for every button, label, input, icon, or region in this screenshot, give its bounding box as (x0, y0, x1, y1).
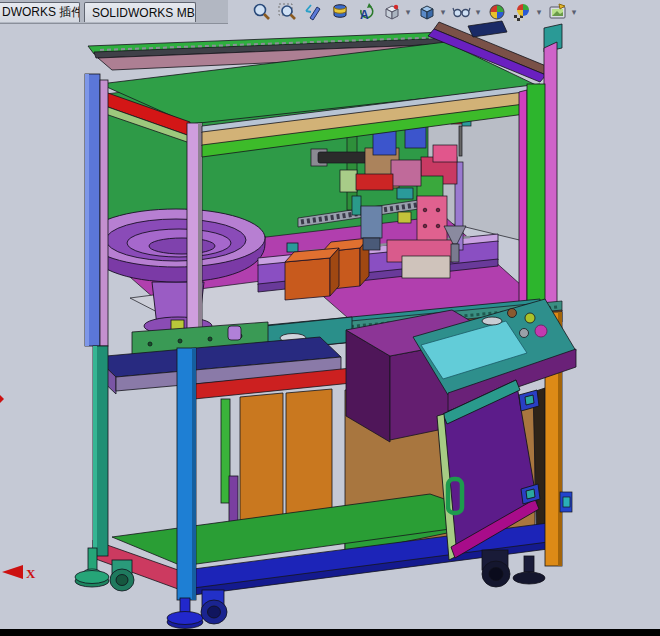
tab-solidworks-plugins[interactable]: DWORKS 插件 (0, 2, 80, 22)
zoom-to-fit-icon (252, 2, 272, 22)
tab-label: SOLIDWORKS MBD (92, 6, 196, 20)
heads-up-view-toolbar: A ▾ ▾ ▾ (249, 1, 580, 23)
edit-appearance-button[interactable] (486, 2, 508, 22)
dynamic-annotation-views-icon: A (356, 2, 376, 22)
dynamic-annotation-views-button[interactable]: A (355, 2, 377, 22)
svg-text:A: A (360, 8, 369, 22)
zoom-to-area-button[interactable] (277, 2, 299, 22)
grey-button (520, 329, 529, 338)
hide-show-items-icon (452, 2, 472, 22)
display-style-icon (417, 2, 437, 22)
zoom-to-fit-button[interactable] (251, 2, 273, 22)
edit-appearance-icon (487, 2, 507, 22)
apply-scene-dropdown-caret[interactable]: ▾ (534, 7, 544, 17)
previous-view-button[interactable] (303, 2, 325, 22)
command-manager-tabstrip: DWORKS 插件 SOLIDWORKS MBD (0, 0, 228, 24)
estop-button (535, 325, 547, 337)
previous-view-icon (304, 2, 324, 22)
apply-scene-button[interactable] (512, 2, 534, 22)
origin-marker (0, 395, 4, 403)
hide-show-items-dropdown-caret[interactable]: ▾ (473, 7, 483, 17)
view-orientation-button[interactable] (381, 2, 403, 22)
section-view-icon (330, 2, 350, 22)
display-style-dropdown-caret[interactable]: ▾ (438, 7, 448, 17)
view-settings-dropdown-caret[interactable]: ▾ (569, 7, 579, 17)
start-button (525, 313, 535, 323)
view-triad: X (2, 565, 36, 581)
zoom-to-area-icon (278, 2, 298, 22)
bottom-window-edge (0, 629, 660, 636)
view-settings-icon (548, 2, 568, 22)
view-orientation-dropdown-caret[interactable]: ▾ (403, 7, 413, 17)
panel-knob (508, 309, 517, 318)
section-view-button[interactable] (329, 2, 351, 22)
x-axis-label: X (26, 566, 36, 581)
apply-scene-icon (513, 2, 533, 22)
tab-label: DWORKS 插件 (2, 4, 80, 21)
x-axis-arrow (2, 565, 23, 579)
view-settings-button[interactable] (547, 2, 569, 22)
tab-solidworks-mbd[interactable]: SOLIDWORKS MBD (84, 2, 196, 22)
cad-viewport[interactable]: X (0, 0, 660, 636)
rear-hinge-parts[interactable] (560, 492, 572, 512)
hide-show-items-button[interactable] (451, 2, 473, 22)
view-orientation-icon (382, 2, 402, 22)
display-style-button[interactable] (416, 2, 438, 22)
